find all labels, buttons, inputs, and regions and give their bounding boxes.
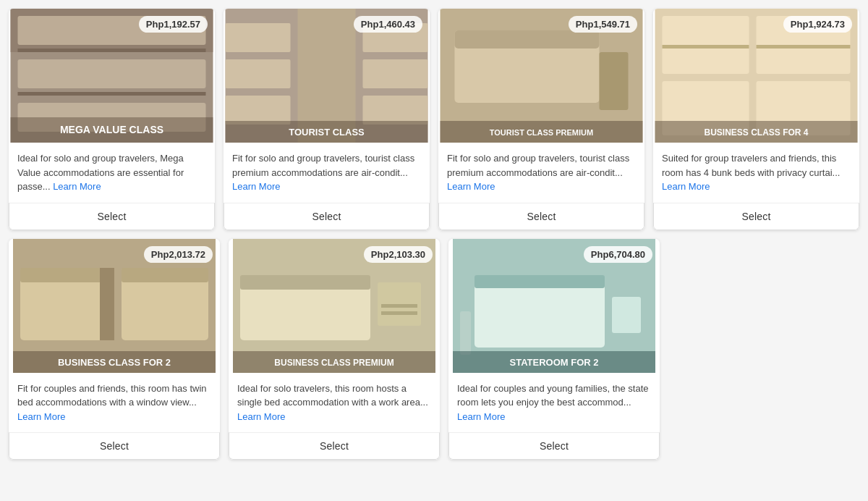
svg-text:TOURIST CLASS PREMIUM: TOURIST CLASS PREMIUM: [490, 128, 593, 137]
svg-rect-54: [460, 311, 471, 355]
price-badge: Php1,549.71: [569, 16, 637, 33]
card-description: Ideal for couples and young families, th…: [457, 382, 651, 424]
card-business2: BUSINESS CLASS FOR 2 Php2,013.72 Fit for…: [9, 239, 220, 460]
card-description: Suited for group travelers and friends, …: [662, 151, 851, 194]
svg-rect-46: [381, 304, 417, 308]
svg-text:BUSINESS CLASS FOR 2: BUSINESS CLASS FOR 2: [58, 357, 171, 368]
learn-more-link[interactable]: Learn More: [447, 181, 495, 192]
price-badge: Php1,460.43: [354, 16, 422, 33]
card-business4: BUSINESS CLASS FOR 4 Php1,924.73 Suited …: [653, 9, 859, 230]
card-body: Suited for group travelers and friends, …: [653, 143, 859, 194]
svg-rect-13: [226, 96, 291, 125]
svg-text:STATEROOM FOR 2: STATEROOM FOR 2: [509, 357, 598, 368]
card-image-wrap: STATEROOM FOR 2 Php6,704.80: [448, 239, 660, 373]
row-1: MEGA VALUE CLASS Php1,192.57 Ideal for s…: [9, 9, 859, 230]
svg-rect-22: [600, 52, 629, 110]
card-body: Fit for solo and group travelers, touris…: [224, 143, 430, 194]
svg-text:BUSINESS CLASS PREMIUM: BUSINESS CLASS PREMIUM: [274, 358, 393, 368]
price-badge: Php6,704.80: [584, 246, 652, 263]
svg-rect-38: [122, 268, 208, 282]
card-business-premium: BUSINESS CLASS PREMIUM Php2,103.30 Ideal…: [229, 239, 440, 460]
card-body: Ideal for solo and group travelers, Mega…: [9, 143, 215, 194]
cards-container: MEGA VALUE CLASS Php1,192.57 Ideal for s…: [9, 9, 859, 460]
price-badge: Php2,013.72: [144, 246, 213, 263]
card-stateroom2: STATEROOM FOR 2 Php6,704.80 Ideal for co…: [448, 239, 660, 460]
card-body: Fit for couples and friends, this room h…: [9, 373, 220, 424]
card-description: Ideal for solo and group travelers, Mega…: [17, 151, 206, 194]
select-button[interactable]: Select: [9, 203, 215, 230]
card-image-wrap: TOURIST CLASS PREMIUM Php1,549.71: [438, 9, 644, 143]
card-image-wrap: MEGA VALUE CLASS Php1,192.57: [9, 9, 215, 143]
card-tourist-premium: TOURIST CLASS PREMIUM Php1,549.71 Fit fo…: [438, 9, 644, 230]
card-description: Ideal for solo travelers, this room host…: [237, 382, 431, 424]
card-description: Fit for solo and group travelers, touris…: [232, 151, 421, 194]
card-mega-value: MEGA VALUE CLASS Php1,192.57 Ideal for s…: [9, 9, 215, 230]
learn-more-link[interactable]: Learn More: [457, 411, 505, 422]
svg-rect-5: [18, 92, 206, 96]
svg-rect-21: [455, 30, 600, 49]
learn-more-link[interactable]: Learn More: [17, 411, 65, 422]
select-button[interactable]: Select: [438, 203, 644, 230]
select-button[interactable]: Select: [653, 203, 859, 230]
learn-more-link[interactable]: Learn More: [237, 411, 285, 422]
price-badge: Php1,192.57: [139, 16, 208, 33]
svg-rect-31: [757, 45, 851, 49]
svg-rect-12: [226, 59, 291, 88]
svg-rect-47: [381, 311, 417, 315]
svg-text:TOURIST CLASS: TOURIST CLASS: [289, 127, 365, 138]
card-description: Fit for couples and friends, this room h…: [17, 382, 211, 424]
svg-rect-3: [18, 49, 206, 52]
svg-rect-15: [363, 59, 428, 88]
row-2: BUSINESS CLASS FOR 2 Php2,013.72 Fit for…: [9, 239, 660, 460]
card-image-wrap: BUSINESS CLASS FOR 4 Php1,924.73: [653, 9, 859, 143]
select-button[interactable]: Select: [448, 432, 660, 460]
select-button[interactable]: Select: [224, 203, 430, 230]
svg-rect-36: [20, 268, 107, 282]
learn-more-link[interactable]: Learn More: [53, 181, 101, 192]
svg-rect-53: [612, 297, 641, 333]
price-badge: Php1,924.73: [783, 16, 852, 33]
svg-rect-30: [663, 45, 749, 49]
card-tourist: TOURIST CLASS Php1,460.43 Fit for solo a…: [224, 9, 430, 230]
card-body: Ideal for solo travelers, this room host…: [229, 373, 440, 424]
svg-text:BUSINESS CLASS FOR 4: BUSINESS CLASS FOR 4: [704, 127, 808, 138]
card-description: Fit for solo and group travelers, touris…: [447, 151, 636, 194]
select-button[interactable]: Select: [9, 432, 220, 460]
card-image-wrap: BUSINESS CLASS FOR 2 Php2,013.72: [9, 239, 220, 373]
learn-more-link[interactable]: Learn More: [232, 181, 280, 192]
svg-rect-11: [226, 23, 291, 52]
card-body: Ideal for couples and young families, th…: [448, 373, 660, 424]
svg-rect-52: [475, 275, 605, 288]
card-image-wrap: BUSINESS CLASS PREMIUM Php2,103.30: [229, 239, 440, 373]
price-badge: Php2,103.30: [364, 246, 433, 263]
svg-rect-4: [18, 59, 206, 88]
svg-text:MEGA VALUE CLASS: MEGA VALUE CLASS: [60, 124, 163, 135]
svg-rect-16: [363, 96, 428, 125]
card-image-wrap: TOURIST CLASS Php1,460.43: [224, 9, 430, 143]
learn-more-link[interactable]: Learn More: [662, 181, 710, 192]
svg-rect-44: [240, 275, 370, 290]
select-button[interactable]: Select: [229, 432, 440, 460]
svg-rect-39: [100, 268, 114, 340]
card-body: Fit for solo and group travelers, touris…: [438, 143, 644, 194]
